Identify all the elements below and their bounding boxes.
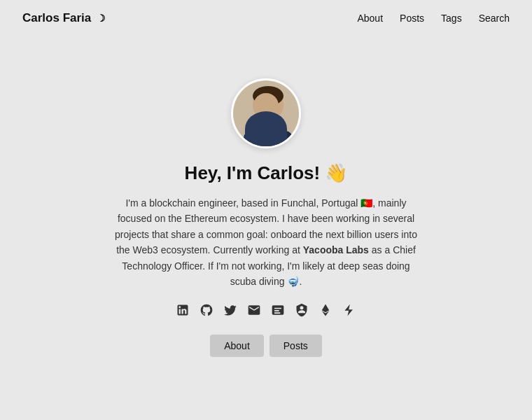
blog-icon[interactable] bbox=[271, 303, 285, 321]
cta-buttons: About Posts bbox=[210, 335, 322, 357]
avatar-image bbox=[233, 80, 299, 146]
hero-bio: I'm a blockchain engineer, based in Func… bbox=[112, 195, 420, 289]
main-nav: About Posts Tags Search bbox=[357, 13, 510, 24]
theme-toggle-button[interactable]: ☽ bbox=[97, 13, 106, 24]
avatar bbox=[231, 78, 301, 148]
github-icon[interactable] bbox=[200, 303, 214, 321]
keybase-icon[interactable] bbox=[295, 303, 309, 321]
svg-marker-4 bbox=[265, 128, 271, 146]
site-title-group: Carlos Faria ☽ bbox=[22, 11, 106, 25]
svg-rect-3 bbox=[244, 131, 293, 146]
avatar-svg bbox=[233, 80, 299, 146]
posts-button[interactable]: Posts bbox=[270, 335, 322, 357]
site-title-text: Carlos Faria bbox=[22, 11, 91, 25]
email-icon[interactable] bbox=[247, 303, 261, 321]
nav-tags[interactable]: Tags bbox=[441, 13, 462, 24]
twitter-icon[interactable] bbox=[223, 303, 237, 321]
svg-point-6 bbox=[272, 104, 276, 108]
ethereum-icon[interactable] bbox=[318, 303, 332, 321]
nav-about[interactable]: About bbox=[357, 13, 383, 24]
nav-posts[interactable]: Posts bbox=[400, 13, 424, 24]
about-button[interactable]: About bbox=[210, 335, 264, 357]
nav-search[interactable]: Search bbox=[479, 13, 510, 24]
solana-icon[interactable] bbox=[342, 303, 356, 321]
svg-point-2 bbox=[253, 86, 284, 106]
main-content: Hey, I'm Carlos! 👋 I'm a blockchain engi… bbox=[0, 36, 532, 357]
svg-point-5 bbox=[260, 104, 265, 108]
site-header: Carlos Faria ☽ About Posts Tags Search bbox=[0, 0, 532, 36]
bio-company: Yacooba Labs bbox=[303, 244, 369, 255]
hero-heading: Hey, I'm Carlos! 👋 bbox=[185, 162, 348, 184]
social-icons-group bbox=[176, 303, 356, 321]
linkedin-icon[interactable] bbox=[176, 303, 190, 321]
